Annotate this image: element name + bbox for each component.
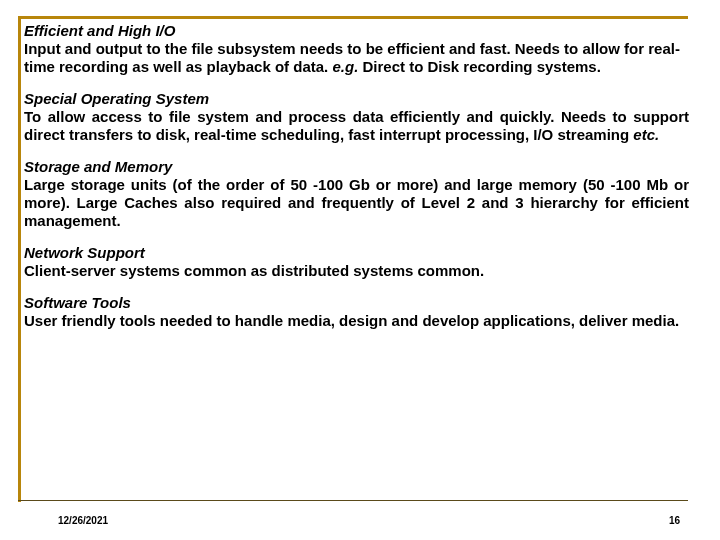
eg-text: e.g. bbox=[332, 58, 358, 75]
section-heading-tools: Software Tools bbox=[24, 294, 689, 312]
section-heading-storage: Storage and Memory bbox=[24, 158, 689, 176]
section-heading-network: Network Support bbox=[24, 244, 689, 262]
section-body-network: Client-server systems common as distribu… bbox=[24, 262, 689, 280]
section-body-io: Input and output to the file subsystem n… bbox=[24, 40, 689, 76]
body-text: To allow access to file system and proce… bbox=[24, 108, 689, 143]
section-body-tools: User friendly tools needed to handle med… bbox=[24, 312, 689, 330]
frame-bottom-border bbox=[18, 500, 688, 501]
section-heading-io: Efficient and High I/O bbox=[24, 22, 689, 40]
frame-left-border bbox=[18, 16, 21, 502]
etc-text: etc. bbox=[633, 126, 659, 143]
section-body-storage: Large storage units (of the order of 50 … bbox=[24, 176, 689, 230]
section-heading-os: Special Operating System bbox=[24, 90, 689, 108]
body-text: Large storage units (of the order of 50 … bbox=[24, 176, 689, 229]
body-text-post: Direct to Disk recording systems. bbox=[358, 58, 601, 75]
slide-content: Efficient and High I/O Input and output … bbox=[24, 22, 689, 344]
footer-page-number: 16 bbox=[669, 515, 680, 526]
footer-date: 12/26/2021 bbox=[58, 515, 108, 526]
frame-top-border bbox=[18, 16, 688, 19]
section-body-os: To allow access to file system and proce… bbox=[24, 108, 689, 144]
body-text: User friendly tools needed to handle med… bbox=[24, 312, 679, 329]
body-text: Client-server systems common as distribu… bbox=[24, 262, 484, 279]
